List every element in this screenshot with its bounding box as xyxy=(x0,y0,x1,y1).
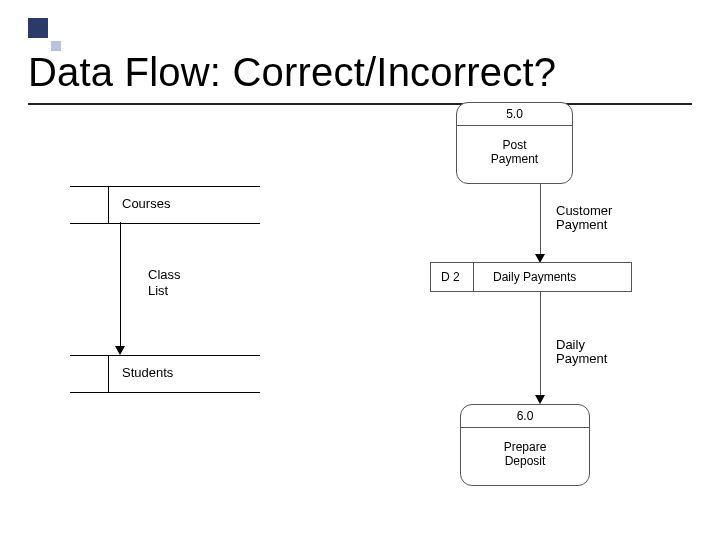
flow-line-vertical xyxy=(120,222,121,350)
arrowhead-down-icon xyxy=(535,395,545,404)
flow-line xyxy=(540,291,541,399)
datastore-courses: Courses xyxy=(70,186,260,224)
datastore-divider xyxy=(473,263,474,291)
process-label-line2: Deposit xyxy=(461,455,589,469)
datastore-courses-label: Courses xyxy=(122,196,170,211)
title-underline xyxy=(28,103,692,105)
datastore-label: Daily Payments xyxy=(493,270,576,284)
slide: Data Flow: Correct/Incorrect? Courses Cl… xyxy=(0,0,720,540)
flow-label-class: Class xyxy=(148,268,181,283)
datastore-divider xyxy=(108,187,109,223)
process-label-line1: Post xyxy=(457,139,572,153)
flow-label-payment1: Payment xyxy=(556,218,607,233)
flow-line xyxy=(540,183,541,258)
process-post-payment: 5.0 Post Payment xyxy=(456,102,573,184)
process-divider xyxy=(461,427,589,428)
datastore-students: Students xyxy=(70,355,260,393)
datastore-daily-payments: D 2 Daily Payments xyxy=(430,262,632,292)
process-prepare-deposit: 6.0 Prepare Deposit xyxy=(460,404,590,486)
process-label-line2: Payment xyxy=(457,153,572,167)
slide-title: Data Flow: Correct/Incorrect? xyxy=(28,50,556,95)
flow-label-payment2: Payment xyxy=(556,352,607,367)
datastore-divider xyxy=(108,356,109,392)
process-number: 5.0 xyxy=(457,107,572,121)
datastore-students-label: Students xyxy=(122,365,173,380)
datastore-id: D 2 xyxy=(441,270,460,284)
process-label-line1: Prepare xyxy=(461,441,589,455)
process-number: 6.0 xyxy=(461,409,589,423)
process-divider xyxy=(457,125,572,126)
accent-square-icon xyxy=(28,18,48,38)
arrowhead-down-icon xyxy=(115,346,125,355)
flow-label-list: List xyxy=(148,284,168,299)
